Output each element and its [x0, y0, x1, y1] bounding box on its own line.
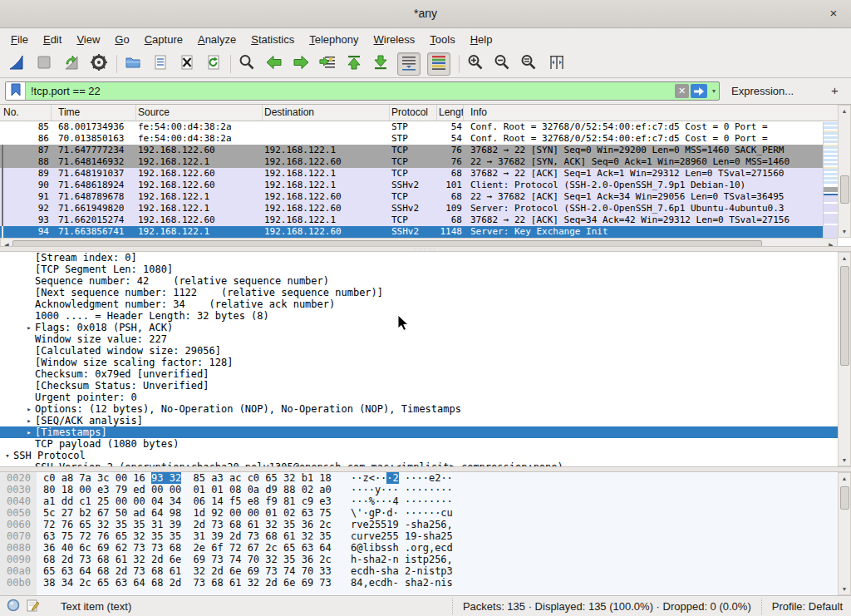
packet-row-94-selected[interactable]: 9471.663856741192.168.122.1192.168.122.6… — [0, 226, 824, 238]
detail-line[interactable]: [Stream index: 0] — [23, 252, 851, 264]
packet-row-91[interactable]: 9171.648789678192.168.122.1192.168.122.6… — [0, 191, 824, 203]
filter-value[interactable]: !tcp.port == 22 — [26, 85, 675, 97]
hex-row[interactable]: 0040a1 dd c1 25 00 00 04 34 06 14 f5 e8 … — [0, 495, 851, 507]
detail-line[interactable]: [Window size scaling factor: 128] — [23, 357, 851, 368]
zoom-normal-button[interactable] — [517, 52, 540, 76]
hex-row[interactable]: 0020c0 a8 7a 3c 00 16 93 32 85 a3 ac c0 … — [0, 472, 851, 484]
menu-edit[interactable]: Edit — [36, 31, 69, 48]
filter-bookmark-button[interactable] — [6, 82, 26, 100]
packet-row-89[interactable]: 8971.648191037192.168.122.60192.168.122.… — [0, 168, 824, 180]
find-packet-button[interactable] — [235, 52, 258, 76]
zoom-out-button[interactable] — [490, 52, 514, 76]
packet-row-88[interactable]: 8871.648146932192.168.122.1192.168.122.6… — [0, 156, 824, 168]
menu-go[interactable]: Go — [107, 31, 136, 48]
packet-row-90[interactable]: 9071.648618924192.168.122.60192.168.122.… — [0, 180, 824, 191]
scroll-down-icon[interactable]: ▼ — [839, 229, 850, 234]
scroll-up-icon[interactable]: ▲ — [839, 108, 850, 114]
menu-capture[interactable]: Capture — [137, 31, 190, 48]
start-capture-button[interactable] — [5, 52, 28, 76]
menu-file[interactable]: File — [3, 31, 36, 48]
col-protocol[interactable]: Protocol — [390, 105, 437, 121]
detail-line-timestamps-selected[interactable]: ▸[Timestamps] — [0, 426, 851, 438]
pane-splitter-bottom[interactable]: · · · · · — [0, 466, 851, 472]
packet-row-85[interactable]: 8568.001734936fe:54:00:d4:38:2aSTP54Conf… — [0, 121, 824, 133]
col-destination[interactable]: Destination — [263, 105, 390, 121]
detail-line[interactable]: Urgent pointer: 0 — [23, 392, 851, 403]
go-last-packet-button[interactable] — [369, 52, 392, 76]
col-no[interactable]: No. — [0, 105, 52, 121]
save-file-button[interactable] — [149, 52, 172, 76]
detail-line-ssh-protocol[interactable]: ▾SSH Protocol — [2, 450, 851, 461]
col-source[interactable]: Source — [136, 105, 263, 121]
detail-line-options[interactable]: ▸Options: (12 bytes), No-Operation (NOP)… — [23, 403, 851, 415]
scroll-up-icon[interactable]: ▲ — [839, 476, 850, 481]
col-time[interactable]: Time — [52, 105, 136, 121]
filter-apply-icon[interactable] — [691, 84, 707, 98]
detail-line[interactable]: [TCP Segment Len: 1080] — [23, 264, 851, 275]
detail-line[interactable]: [Checksum Status: Unverified] — [23, 380, 851, 392]
restart-capture-button[interactable] — [60, 52, 83, 76]
packet-list-vscrollbar[interactable]: ▲ ▼ — [838, 105, 851, 238]
go-forward-button[interactable] — [289, 52, 312, 76]
pane-splitter-top[interactable]: · · · · · — [0, 246, 851, 252]
hex-row[interactable]: 006072 76 65 32 35 35 31 39 2d 73 68 61 … — [0, 519, 851, 530]
reload-file-button[interactable] — [202, 52, 225, 76]
filter-dropdown-icon[interactable]: ▾ — [709, 87, 719, 95]
add-filter-button[interactable]: + — [831, 83, 839, 97]
packet-list-minimap[interactable] — [823, 122, 838, 238]
hex-row[interactable]: 009068 2d 73 68 61 32 2d 6e 69 73 74 70 … — [0, 554, 851, 565]
packet-row-93[interactable]: 9371.662015274192.168.122.60192.168.122.… — [0, 214, 824, 226]
scroll-up-icon[interactable]: ▲ — [839, 255, 850, 261]
hex-row[interactable]: 00b038 34 2c 65 63 64 68 2d 73 68 61 32 … — [0, 577, 851, 589]
detail-line[interactable]: 1000 .... = Header Length: 32 bytes (8) — [23, 310, 851, 322]
capture-options-button[interactable] — [87, 52, 111, 76]
menu-view[interactable]: View — [69, 31, 107, 48]
stop-capture-button[interactable] — [32, 52, 56, 76]
packet-row-87[interactable]: 8771.647777234192.168.122.60192.168.122.… — [0, 145, 824, 156]
hex-row[interactable]: 00505c 27 b2 67 50 ad 64 98 1d 92 00 00 … — [0, 507, 851, 519]
go-to-packet-button[interactable] — [316, 52, 339, 76]
packet-row-92[interactable]: 9271.661949820192.168.122.1192.168.122.6… — [0, 203, 824, 214]
profile-button[interactable]: Profile: Default — [761, 599, 851, 614]
detail-line-flags[interactable]: ▸Flags: 0x018 (PSH, ACK) — [23, 322, 851, 333]
expert-info-icon[interactable] — [7, 599, 20, 614]
go-first-packet-button[interactable] — [342, 52, 366, 76]
hex-row[interactable]: 00a065 63 64 68 2d 73 68 61 32 2d 6e 69 … — [0, 565, 851, 577]
colorize-toggle[interactable] — [427, 52, 450, 76]
col-length[interactable]: Length — [437, 105, 464, 121]
hex-vscrollbar[interactable]: ▲ ▼ — [838, 472, 851, 595]
display-filter-input[interactable]: !tcp.port == 22 ✕ ▾ — [5, 81, 720, 101]
hex-row[interactable]: 003080 18 00 e3 79 ed 00 00 01 01 08 0a … — [0, 484, 851, 495]
detail-line[interactable]: Sequence number: 42 (relative sequence n… — [23, 275, 851, 287]
menu-analyze[interactable]: Analyze — [190, 31, 243, 48]
detail-line[interactable]: Window size value: 227 — [23, 333, 851, 345]
hex-row[interactable]: 008036 40 6c 69 62 73 73 68 2e 6f 72 67 … — [0, 542, 851, 554]
hex-row[interactable]: 007063 75 72 76 65 32 35 35 31 39 2d 73 … — [0, 530, 851, 542]
detail-line[interactable]: Checksum: 0x79ed [unverified] — [23, 368, 851, 380]
detail-line[interactable]: TCP payload (1080 bytes) — [23, 438, 851, 450]
filter-clear-icon[interactable]: ✕ — [675, 84, 689, 98]
detail-line[interactable]: [Calculated window size: 29056] — [23, 345, 851, 357]
open-file-button[interactable] — [121, 52, 145, 76]
menu-telephony[interactable]: Telephony — [302, 31, 366, 48]
details-vscrollbar[interactable]: ▲ ▼ — [838, 252, 851, 466]
scroll-down-icon[interactable]: ▼ — [839, 586, 850, 592]
detail-line-seq-ack[interactable]: ▸[SEQ/ACK analysis] — [23, 415, 851, 426]
capture-comment-icon[interactable] — [27, 599, 39, 614]
expression-button[interactable]: Expression... — [731, 85, 794, 97]
scroll-down-icon[interactable]: ▼ — [839, 457, 850, 463]
menu-tools[interactable]: Tools — [422, 31, 462, 48]
auto-scroll-toggle[interactable] — [397, 52, 421, 76]
menu-help[interactable]: Help — [463, 31, 500, 48]
packet-row-86[interactable]: 8670.013850163fe:54:00:d4:38:2aSTP54Conf… — [0, 133, 824, 145]
close-file-button[interactable] — [175, 52, 199, 76]
col-info[interactable]: Info — [464, 105, 851, 121]
detail-line[interactable]: [Next sequence number: 1122 (relative se… — [23, 287, 851, 298]
detail-line[interactable]: Acknowledgment number: 34 (relative ack … — [23, 298, 851, 310]
resize-columns-button[interactable] — [545, 52, 568, 76]
go-back-button[interactable] — [263, 52, 286, 76]
zoom-in-button[interactable] — [464, 52, 487, 76]
menu-statistics[interactable]: Statistics — [243, 31, 302, 48]
menu-wireless[interactable]: Wireless — [366, 31, 423, 48]
close-icon[interactable]: × — [826, 6, 841, 21]
